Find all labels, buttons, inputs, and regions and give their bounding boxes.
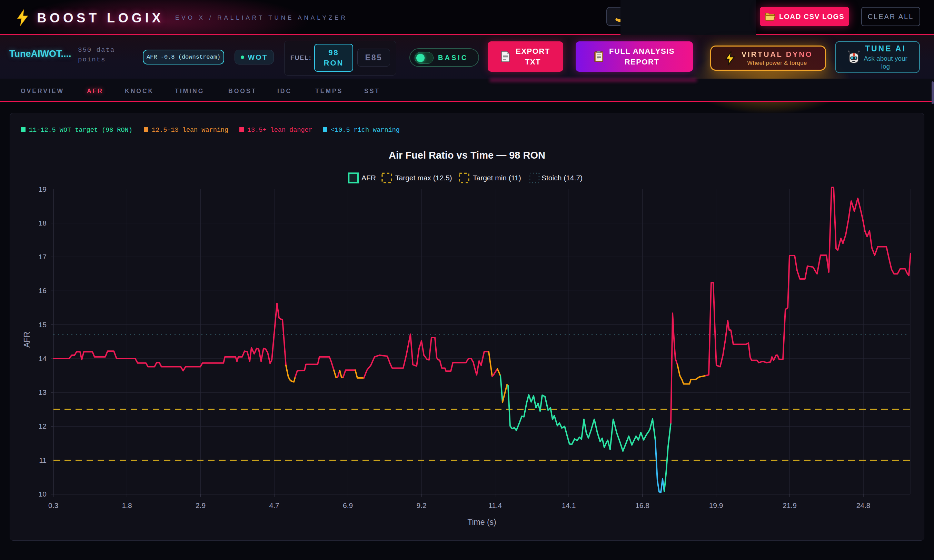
- svg-text:16.8: 16.8: [635, 502, 649, 509]
- svg-text:19: 19: [38, 185, 46, 193]
- svg-text:Stoich (14.7): Stoich (14.7): [542, 174, 583, 182]
- svg-text:13: 13: [38, 388, 46, 396]
- svg-text:17: 17: [38, 253, 46, 261]
- svg-text:6.9: 6.9: [343, 502, 353, 509]
- svg-text:Target min (11): Target min (11): [473, 174, 521, 182]
- svg-text:16: 16: [38, 286, 46, 294]
- svg-text:10: 10: [38, 490, 46, 498]
- svg-text:Time (s): Time (s): [467, 518, 496, 526]
- svg-text:4.7: 4.7: [269, 502, 279, 509]
- svg-text:Air Fuel Ratio vs Time — 98 RO: Air Fuel Ratio vs Time — 98 RON: [389, 150, 545, 161]
- svg-text:AFR: AFR: [362, 174, 376, 182]
- svg-text:24.8: 24.8: [856, 502, 871, 509]
- svg-text:21.9: 21.9: [783, 502, 797, 509]
- svg-text:14: 14: [38, 354, 47, 362]
- svg-text:1.8: 1.8: [122, 502, 132, 509]
- svg-text:14.1: 14.1: [562, 502, 576, 509]
- svg-text:9.2: 9.2: [416, 502, 426, 509]
- svg-text:15: 15: [38, 321, 46, 329]
- svg-text:AFR: AFR: [22, 332, 31, 348]
- svg-text:0.3: 0.3: [48, 502, 58, 509]
- svg-text:18: 18: [38, 219, 46, 227]
- svg-text:11.4: 11.4: [488, 502, 502, 509]
- svg-text:2.9: 2.9: [195, 502, 206, 509]
- svg-text:19.9: 19.9: [709, 502, 723, 509]
- svg-text:11: 11: [39, 456, 46, 464]
- svg-text:12: 12: [38, 422, 46, 430]
- svg-text:Target max (12.5): Target max (12.5): [395, 174, 452, 182]
